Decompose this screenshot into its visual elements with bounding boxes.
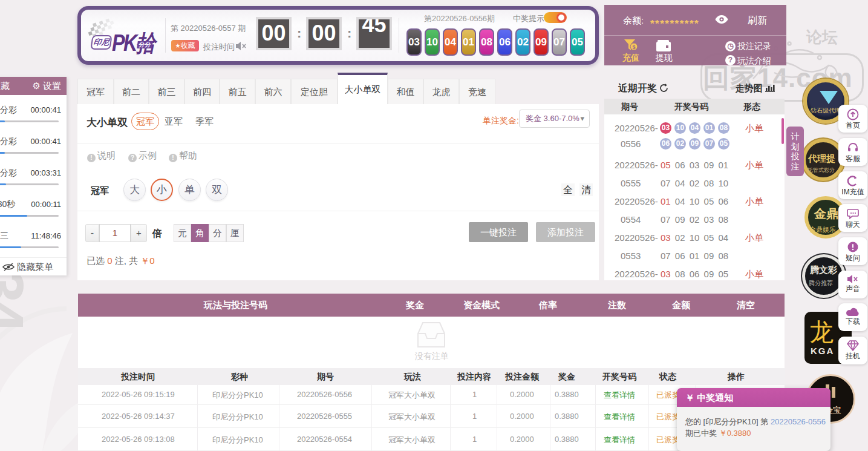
svg-text:$: $ [632,44,635,50]
